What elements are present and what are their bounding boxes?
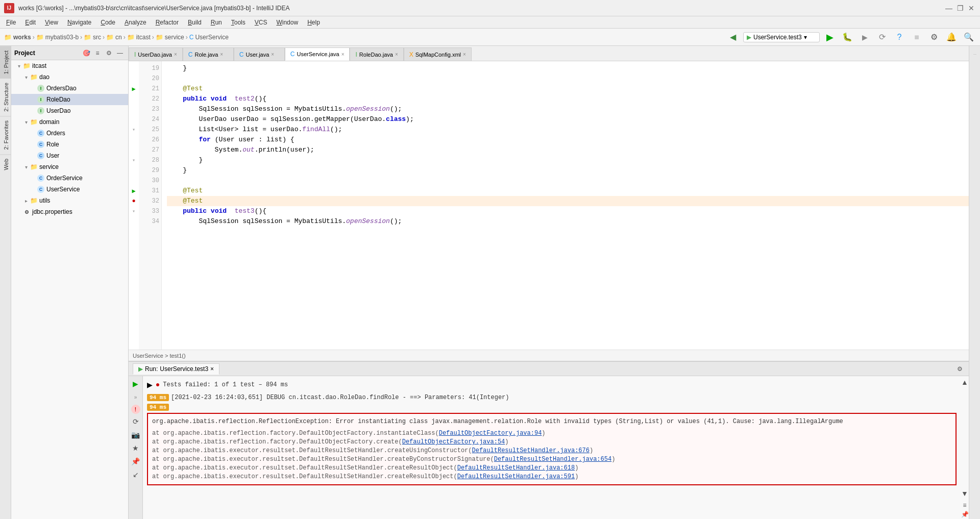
collapse-25[interactable]: ▾ <box>132 127 135 133</box>
bottom-tab-close[interactable]: × <box>210 365 214 373</box>
menu-window[interactable]: Window <box>272 18 302 27</box>
tree-item-domain[interactable]: ▾ 📁 domain <box>11 116 128 128</box>
back-button[interactable]: ◀ <box>726 30 740 44</box>
tree-item-jdbc[interactable]: ⚙ jdbc.properties <box>11 206 128 217</box>
collapse-all-button[interactable]: ≡ <box>92 48 103 58</box>
stack-link-3[interactable]: DefaultResultSetHandler.java:676 <box>472 447 590 454</box>
notifications-button[interactable]: 🔔 <box>944 30 959 44</box>
tree-item-utils[interactable]: ▸ 📁 utils <box>11 195 128 206</box>
run-screenshot-button[interactable]: 📷 <box>130 429 141 440</box>
tree-item-user[interactable]: C User <box>11 150 128 161</box>
breadcrumb-cn[interactable]: cn <box>115 34 122 41</box>
menu-navigate[interactable]: Navigate <box>63 18 95 27</box>
project-tab[interactable]: 1: Project <box>0 46 11 78</box>
right-tab-1[interactable] <box>973 46 976 55</box>
tab-userdao[interactable]: I UserDao.java × <box>129 47 183 61</box>
run-star-button[interactable]: ★ <box>130 442 141 454</box>
favorites-tab[interactable]: 2: Favorites <box>0 116 11 154</box>
run-rerun-button[interactable]: ▶ <box>130 378 141 389</box>
window-controls[interactable]: — ❐ ✕ <box>944 4 976 13</box>
stop-button[interactable]: ■ <box>910 30 924 44</box>
tab-role[interactable]: C Role.java × <box>183 47 234 61</box>
run-button[interactable]: ▶ <box>823 30 837 44</box>
run-config-dropdown-icon[interactable]: ▾ <box>804 34 807 41</box>
menu-tools[interactable]: Tools <box>227 18 250 27</box>
tab-userservice[interactable]: C UserService.java × <box>285 47 350 61</box>
tree-item-itcast[interactable]: ▾ 📁 itcast <box>11 60 128 71</box>
settings-button[interactable]: ⚙ <box>927 30 941 44</box>
more-actions-button[interactable]: ≡ <box>963 502 966 509</box>
breadcrumb-src[interactable]: src <box>93 34 101 41</box>
breadcrumb-mybatis[interactable]: mybatis03-b <box>45 34 79 41</box>
tab-close-sqlmapconfig[interactable]: × <box>463 52 466 57</box>
scroll-down-button[interactable]: ▼ <box>961 488 968 499</box>
run-gutter-31[interactable]: ▶ <box>132 187 135 195</box>
tree-item-service[interactable]: ▾ 📁 service <box>11 161 128 172</box>
menu-code[interactable]: Code <box>96 18 119 27</box>
stack-link-5[interactable]: DefaultResultSetHandler.java:618 <box>457 464 575 472</box>
run-play-button[interactable]: ▶ <box>147 379 153 390</box>
stack-link-4[interactable]: DefaultResultSetHandler.java:654 <box>494 456 611 463</box>
breadcrumb-itcast[interactable]: itcast <box>136 34 151 41</box>
close-project-panel-button[interactable]: — <box>115 48 125 58</box>
breadcrumb-works-label[interactable]: works <box>13 34 31 41</box>
collapse-28[interactable]: ▾ <box>132 157 135 163</box>
menu-vcs[interactable]: VCS <box>251 18 272 27</box>
tab-user[interactable]: C User.java × <box>234 47 285 61</box>
help-button[interactable]: ? <box>892 30 906 44</box>
pin-button[interactable]: 📌 <box>961 511 969 518</box>
run-config-selector[interactable]: ▶ UserService.test3 ▾ <box>743 32 820 42</box>
run-scroll-top-button[interactable]: ⟳ <box>130 416 141 427</box>
maximize-button[interactable]: ❐ <box>955 4 965 13</box>
minimize-button[interactable]: — <box>944 4 953 13</box>
breadcrumb-service[interactable]: service <box>165 34 184 41</box>
tree-item-userdao[interactable]: I UserDao <box>11 105 128 116</box>
stack-link-1[interactable]: DefaultObjectFactory.java:94 <box>439 430 542 437</box>
code-content[interactable]: } @Test public void test2(){ SqlSession … <box>162 61 969 350</box>
profile-button[interactable]: ⟳ <box>875 30 889 44</box>
run-pin-button[interactable]: 📌 <box>130 456 141 467</box>
breadcrumb-works[interactable]: 📁 <box>4 34 12 41</box>
run-skip-button[interactable]: » <box>130 391 141 403</box>
menu-view[interactable]: View <box>41 18 62 27</box>
bottom-settings-button[interactable]: ⚙ <box>954 364 965 374</box>
search-everywhere-button[interactable]: 🔍 <box>962 30 976 44</box>
menu-build[interactable]: Build <box>184 18 206 27</box>
structure-tab[interactable]: 2: Structure <box>0 78 11 116</box>
run-gutter-21[interactable]: ▶ <box>132 85 135 93</box>
tab-close-roledao[interactable]: × <box>395 52 398 57</box>
tree-item-dao[interactable]: ▾ 📁 dao <box>11 71 128 83</box>
run-import-button[interactable]: ↙ <box>130 469 141 480</box>
stack-link-6[interactable]: DefaultResultSetHandler.java:591 <box>457 473 575 480</box>
close-button[interactable]: ✕ <box>967 4 976 13</box>
tree-item-orders[interactable]: C Orders <box>11 128 128 139</box>
tab-close-userservice[interactable]: × <box>341 52 345 57</box>
debug-button[interactable]: 🐛 <box>840 30 854 44</box>
tab-close-role[interactable]: × <box>220 52 223 57</box>
breadcrumb-userservice[interactable]: UserService <box>195 34 228 41</box>
web-tab[interactable]: Web <box>0 154 11 174</box>
project-settings-button[interactable]: ⚙ <box>104 48 114 58</box>
bottom-tab-run[interactable]: ▶ Run: UserService.test3 × <box>133 363 219 375</box>
locate-file-button[interactable]: 🎯 <box>81 48 91 58</box>
collapse-33[interactable]: ▾ <box>132 208 135 214</box>
tree-item-orderservice[interactable]: C OrderService <box>11 172 128 184</box>
menu-help[interactable]: Help <box>303 18 324 27</box>
tree-item-userservice[interactable]: C UserService <box>11 184 128 195</box>
stack-link-2[interactable]: DefaultObjectFactory.java:54 <box>402 438 505 446</box>
menu-run[interactable]: Run <box>207 18 226 27</box>
menu-file[interactable]: File <box>2 18 20 27</box>
scroll-up-button[interactable]: ▲ <box>961 377 968 387</box>
menu-edit[interactable]: Edit <box>21 18 40 27</box>
tab-close-userdao[interactable]: × <box>174 52 177 57</box>
code-editor[interactable]: ▶ ▾ ▾ <box>129 61 969 350</box>
menu-refactor[interactable]: Refactor <box>152 18 183 27</box>
tree-item-ordersdao[interactable]: I OrdersDao <box>11 83 128 94</box>
tree-item-roledao[interactable]: I RoleDao <box>11 94 128 105</box>
menu-analyze[interactable]: Analyze <box>120 18 151 27</box>
tree-item-role[interactable]: C Role <box>11 139 128 150</box>
tab-sqlmapconfig[interactable]: X SqlMapConfig.xml × <box>404 47 472 61</box>
coverage-button[interactable]: ▶ <box>857 30 872 44</box>
tab-close-user[interactable]: × <box>271 52 274 57</box>
tab-roledao[interactable]: I RoleDao.java × <box>350 47 403 61</box>
